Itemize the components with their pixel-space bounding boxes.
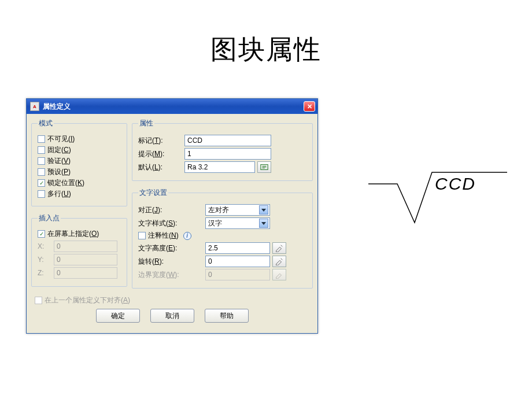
checkbox[interactable]: [38, 168, 45, 176]
chevron-down-icon: [259, 219, 268, 228]
text-annotative[interactable]: 注释性(N) i: [138, 231, 306, 241]
mode-preset[interactable]: 预设(P): [38, 167, 121, 177]
pick-height-button[interactable]: [272, 242, 286, 254]
help-button[interactable]: 帮助: [205, 309, 249, 323]
text-height-row: 文字高度(E):: [138, 242, 306, 254]
page-title: 图块属性: [0, 32, 532, 68]
group-insert-point: 插入点 在屏幕上指定(O) X: Y: Z:: [31, 213, 127, 287]
text-style-row: 文字样式(S): 汉字: [138, 217, 306, 229]
insert-y-input: [54, 254, 117, 265]
group-attribute: 属性 标记(T): 提示(M): 默认(L):: [132, 119, 313, 181]
mode-multiline[interactable]: 多行(U): [38, 189, 121, 199]
insert-field-button[interactable]: [257, 161, 271, 173]
cancel-button[interactable]: 取消: [150, 309, 194, 323]
text-rotation-input[interactable]: [205, 256, 270, 267]
text-rotation-row: 旋转(R):: [138, 256, 306, 267]
group-insert-legend: 插入点: [38, 213, 61, 223]
insert-y-row: Y:: [38, 254, 121, 265]
group-attribute-legend: 属性: [138, 119, 154, 128]
pick-rotation-button[interactable]: [272, 256, 286, 267]
chevron-down-icon: [259, 205, 268, 215]
attr-tag-row: 标记(T):: [138, 135, 306, 146]
insert-x-input: [54, 241, 117, 252]
mode-constant[interactable]: 固定(C): [38, 145, 121, 155]
attr-default-input[interactable]: [184, 161, 255, 173]
text-bwidth-input: [205, 269, 270, 280]
dialog-titlebar[interactable]: A 属性定义 ✕: [27, 99, 317, 114]
group-mode-legend: 模式: [38, 119, 54, 128]
checkbox[interactable]: [38, 135, 45, 143]
mode-invisible[interactable]: 不可见(I): [38, 134, 121, 144]
symbol-text: CCD: [435, 174, 476, 193]
roughness-symbol: CCD: [365, 162, 510, 231]
text-height-input[interactable]: [205, 242, 270, 254]
ok-button[interactable]: 确定: [96, 309, 140, 323]
insert-z-input: [54, 267, 117, 279]
insert-z-row: Z:: [38, 267, 121, 279]
text-style-select[interactable]: 汉字: [205, 217, 270, 229]
checkbox: [35, 297, 42, 304]
group-mode: 模式 不可见(I) 固定(C) 验证(V) 预设(P) 锁定位置(K) 多行(U…: [31, 119, 127, 206]
close-button[interactable]: ✕: [304, 101, 315, 112]
group-text-legend: 文字设置: [138, 188, 168, 198]
button-bar: 确定 取消 帮助: [31, 306, 313, 328]
insert-x-row: X:: [38, 241, 121, 252]
checkbox[interactable]: [38, 190, 45, 198]
checkbox[interactable]: [38, 230, 45, 238]
specify-on-screen[interactable]: 在屏幕上指定(O): [38, 229, 121, 239]
text-justify-row: 对正(J): 左对齐: [138, 204, 306, 216]
mode-lock-position[interactable]: 锁定位置(K): [38, 178, 121, 188]
group-text-settings: 文字设置 对正(J): 左对齐 文字样式(S): 汉字 注释性(N) i: [132, 188, 313, 289]
dialog-title: 属性定义: [43, 102, 304, 112]
checkbox[interactable]: [38, 146, 45, 154]
pick-bwidth-button: [272, 269, 286, 280]
attr-prompt-row: 提示(M):: [138, 148, 306, 160]
text-justify-select[interactable]: 左对齐: [205, 204, 270, 216]
attr-prompt-input[interactable]: [184, 148, 271, 160]
attr-default-row: 默认(L):: [138, 161, 306, 173]
text-bwidth-row: 边界宽度(W):: [138, 269, 306, 280]
checkbox[interactable]: [138, 232, 146, 239]
align-previous: 在上一个属性定义下对齐(A): [35, 295, 313, 305]
attr-tag-input[interactable]: [184, 135, 271, 146]
attribute-definition-dialog: A 属性定义 ✕ 模式 不可见(I) 固定(C) 验证(V) 预设(P) 锁定位…: [26, 98, 318, 334]
checkbox[interactable]: [38, 179, 45, 187]
app-icon: A: [30, 102, 39, 111]
info-icon[interactable]: i: [183, 232, 191, 240]
mode-verify[interactable]: 验证(V): [38, 156, 121, 166]
checkbox[interactable]: [38, 157, 45, 165]
